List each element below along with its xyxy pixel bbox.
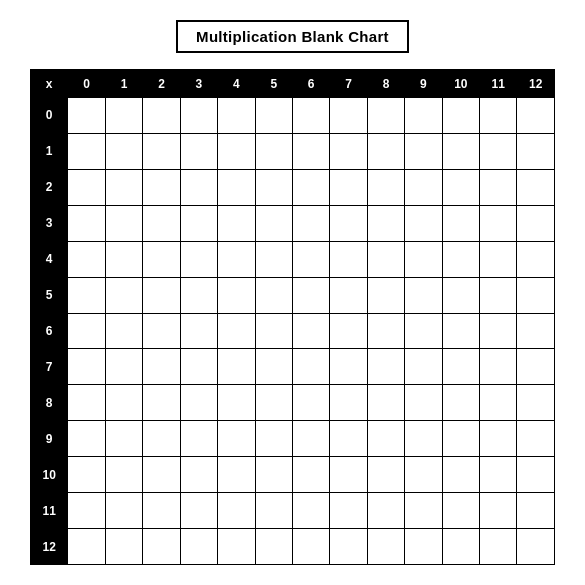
cell-11-2[interactable]: [143, 493, 180, 529]
cell-4-2[interactable]: [143, 241, 180, 277]
cell-7-2[interactable]: [143, 349, 180, 385]
cell-11-1[interactable]: [105, 493, 142, 529]
cell-6-8[interactable]: [367, 313, 404, 349]
cell-7-4[interactable]: [218, 349, 255, 385]
cell-8-5[interactable]: [255, 385, 292, 421]
cell-9-10[interactable]: [442, 421, 479, 457]
cell-6-12[interactable]: [517, 313, 555, 349]
cell-4-12[interactable]: [517, 241, 555, 277]
cell-7-10[interactable]: [442, 349, 479, 385]
cell-5-6[interactable]: [292, 277, 329, 313]
cell-6-5[interactable]: [255, 313, 292, 349]
cell-4-4[interactable]: [218, 241, 255, 277]
cell-8-7[interactable]: [330, 385, 367, 421]
cell-8-4[interactable]: [218, 385, 255, 421]
cell-9-2[interactable]: [143, 421, 180, 457]
cell-10-10[interactable]: [442, 457, 479, 493]
cell-8-8[interactable]: [367, 385, 404, 421]
cell-9-7[interactable]: [330, 421, 367, 457]
cell-9-5[interactable]: [255, 421, 292, 457]
cell-0-3[interactable]: [180, 98, 217, 134]
cell-8-12[interactable]: [517, 385, 555, 421]
cell-2-12[interactable]: [517, 169, 555, 205]
cell-0-1[interactable]: [105, 98, 142, 134]
cell-4-3[interactable]: [180, 241, 217, 277]
cell-3-6[interactable]: [292, 205, 329, 241]
cell-12-0[interactable]: [68, 529, 105, 565]
cell-0-8[interactable]: [367, 98, 404, 134]
cell-4-5[interactable]: [255, 241, 292, 277]
cell-10-8[interactable]: [367, 457, 404, 493]
cell-1-7[interactable]: [330, 133, 367, 169]
cell-1-2[interactable]: [143, 133, 180, 169]
cell-9-1[interactable]: [105, 421, 142, 457]
cell-4-7[interactable]: [330, 241, 367, 277]
cell-9-11[interactable]: [480, 421, 517, 457]
cell-5-11[interactable]: [480, 277, 517, 313]
cell-3-3[interactable]: [180, 205, 217, 241]
cell-8-0[interactable]: [68, 385, 105, 421]
cell-7-3[interactable]: [180, 349, 217, 385]
cell-12-6[interactable]: [292, 529, 329, 565]
cell-2-11[interactable]: [480, 169, 517, 205]
cell-4-0[interactable]: [68, 241, 105, 277]
cell-3-9[interactable]: [405, 205, 442, 241]
cell-11-12[interactable]: [517, 493, 555, 529]
cell-11-3[interactable]: [180, 493, 217, 529]
cell-11-10[interactable]: [442, 493, 479, 529]
cell-3-12[interactable]: [517, 205, 555, 241]
cell-10-2[interactable]: [143, 457, 180, 493]
cell-1-1[interactable]: [105, 133, 142, 169]
cell-2-3[interactable]: [180, 169, 217, 205]
cell-11-11[interactable]: [480, 493, 517, 529]
cell-7-5[interactable]: [255, 349, 292, 385]
cell-9-3[interactable]: [180, 421, 217, 457]
cell-5-8[interactable]: [367, 277, 404, 313]
cell-4-10[interactable]: [442, 241, 479, 277]
cell-1-9[interactable]: [405, 133, 442, 169]
cell-1-4[interactable]: [218, 133, 255, 169]
cell-10-11[interactable]: [480, 457, 517, 493]
cell-12-7[interactable]: [330, 529, 367, 565]
cell-10-5[interactable]: [255, 457, 292, 493]
cell-5-4[interactable]: [218, 277, 255, 313]
cell-12-5[interactable]: [255, 529, 292, 565]
cell-3-7[interactable]: [330, 205, 367, 241]
cell-3-5[interactable]: [255, 205, 292, 241]
cell-1-8[interactable]: [367, 133, 404, 169]
cell-5-12[interactable]: [517, 277, 555, 313]
cell-10-12[interactable]: [517, 457, 555, 493]
cell-1-11[interactable]: [480, 133, 517, 169]
cell-6-4[interactable]: [218, 313, 255, 349]
cell-9-12[interactable]: [517, 421, 555, 457]
cell-3-10[interactable]: [442, 205, 479, 241]
cell-0-6[interactable]: [292, 98, 329, 134]
cell-6-11[interactable]: [480, 313, 517, 349]
cell-6-6[interactable]: [292, 313, 329, 349]
cell-6-7[interactable]: [330, 313, 367, 349]
cell-11-6[interactable]: [292, 493, 329, 529]
cell-7-9[interactable]: [405, 349, 442, 385]
cell-6-10[interactable]: [442, 313, 479, 349]
cell-7-12[interactable]: [517, 349, 555, 385]
cell-12-8[interactable]: [367, 529, 404, 565]
cell-1-0[interactable]: [68, 133, 105, 169]
cell-1-12[interactable]: [517, 133, 555, 169]
cell-2-6[interactable]: [292, 169, 329, 205]
cell-10-6[interactable]: [292, 457, 329, 493]
cell-8-11[interactable]: [480, 385, 517, 421]
cell-2-10[interactable]: [442, 169, 479, 205]
cell-12-9[interactable]: [405, 529, 442, 565]
cell-9-0[interactable]: [68, 421, 105, 457]
cell-9-8[interactable]: [367, 421, 404, 457]
cell-11-9[interactable]: [405, 493, 442, 529]
cell-5-2[interactable]: [143, 277, 180, 313]
cell-10-4[interactable]: [218, 457, 255, 493]
cell-0-2[interactable]: [143, 98, 180, 134]
cell-5-3[interactable]: [180, 277, 217, 313]
cell-11-8[interactable]: [367, 493, 404, 529]
cell-3-0[interactable]: [68, 205, 105, 241]
cell-7-6[interactable]: [292, 349, 329, 385]
cell-10-1[interactable]: [105, 457, 142, 493]
cell-2-9[interactable]: [405, 169, 442, 205]
